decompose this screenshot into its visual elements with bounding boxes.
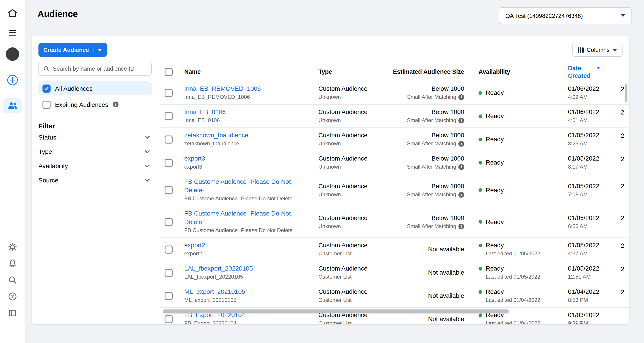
row-checkbox[interactable] [164,186,173,194]
audience-name-link[interactable]: FB Custome Audience -Please Do Not Delet… [184,209,300,226]
columns-icon [578,47,584,52]
audience-type-detail: Unknown [318,163,393,171]
date-created: 01/05/2022 [568,182,621,190]
table-row: FB Custome Audience -Please Do Not Delet… [160,174,629,206]
column-header-type[interactable]: Type [318,68,393,75]
availability-status: Ready [486,288,504,296]
row-checkbox[interactable] [164,135,173,143]
create-audience-button[interactable]: Create Audience [38,43,107,57]
row-checkbox[interactable] [164,268,173,276]
audience-name-link[interactable]: export3 [184,154,205,163]
info-icon[interactable] [458,141,464,147]
horizontal-scrollbar[interactable] [163,310,509,314]
filter-source[interactable]: Source [38,174,152,187]
time-created: 7:08 AM [568,191,621,198]
all-audiences-checkbox[interactable] [42,84,50,92]
filter-type[interactable]: Type [38,145,152,158]
menu-icon[interactable] [8,28,18,38]
row-checkbox[interactable] [164,89,173,97]
table-row: LAL_fbexport_20220105 LAL_fbexport_20220… [160,261,629,284]
audiences-icon[interactable] [3,98,22,113]
info-icon[interactable] [458,118,464,124]
row-checkbox[interactable] [164,158,173,166]
audience-type-detail: Unknown [318,191,393,198]
audience-subname: FB_Export_20220104 [184,320,300,324]
help-icon[interactable]: ? [8,292,18,302]
filter-availability[interactable]: Availability [38,159,152,172]
search-input[interactable] [53,65,147,72]
audience-search [38,62,152,76]
chevron-down-icon [145,134,150,139]
audience-page: ? Audience QA Test (1409822272476348) Cr… [0,0,644,343]
audience-subname: ML_export_20210105 [184,296,300,304]
settings-gear-icon[interactable] [8,242,18,252]
all-audiences-label: All Audiences [55,85,92,92]
audience-type: Custom Audience [318,214,393,222]
audience-size: Not available [393,315,464,323]
audience-name-link[interactable]: zetaknown_fbaudience [184,131,248,140]
column-header-availability[interactable]: Availability [469,68,568,75]
audience-type: Custom Audience [318,241,393,250]
info-icon[interactable] [458,192,464,198]
column-header-size[interactable]: Estimated Audience Size [393,68,469,75]
clipped-column-value: 2 [621,108,629,116]
audience-size: Below 1000 [393,131,464,140]
availability-status: Ready [486,112,504,120]
audience-type: Custom Audience [318,264,393,273]
availability-status: Ready [486,241,504,250]
expiring-audiences-label: Expiring Audiences [55,101,108,108]
audience-name-link[interactable]: LAL_fbexport_20220105 [184,264,253,273]
availability-status: Ready [486,158,504,167]
availability-status: Ready [486,135,504,144]
audience-name-link[interactable]: Inna_EB_REMOVED_1006 [184,84,261,93]
clipped-column-value: 2 [621,264,629,273]
expiring-audiences-checkbox[interactable] [42,100,50,108]
status-ready-dot [478,161,482,164]
rail-divider [7,236,19,236]
row-checkbox[interactable] [164,292,173,300]
audience-name-link[interactable]: Inna_EB_0106 [184,108,226,116]
column-header-date-created[interactable]: Date Created [568,64,621,80]
all-audiences-filter[interactable]: All Audiences [38,82,152,95]
expiring-audiences-filter[interactable]: Expiring Audiences [38,98,152,111]
account-selector-dropdown[interactable]: QA Test (1409822272476348) [499,7,632,24]
account-avatar[interactable] [6,48,19,61]
audiences-selected-indicator [3,98,22,113]
info-icon[interactable] [458,164,464,170]
audience-filter-sidebar: All Audiences Expiring Audiences Filter … [38,62,152,187]
audience-type-detail: Customer List [318,273,393,281]
audience-size-note: Small After Matching [393,163,464,171]
audience-type-detail: Unknown [318,222,393,230]
column-header-name[interactable]: Name [184,68,318,75]
filter-status[interactable]: Status [38,130,152,144]
audience-name-link[interactable]: ML_export_20210105 [184,288,245,296]
row-checkbox[interactable] [164,112,173,120]
table-row: Inna_EB_REMOVED_1006 Inna_EB_REMOVED_100… [160,82,629,105]
info-icon[interactable] [458,94,464,100]
status-ready-dot [478,267,482,270]
info-icon[interactable] [458,223,464,229]
audience-size-note: Small After Matching [393,222,464,230]
notifications-bell-icon[interactable] [8,258,18,268]
row-checkbox[interactable] [164,245,173,253]
vertical-scrollbar[interactable] [625,84,628,102]
status-ready-dot [478,220,482,224]
audience-name-link[interactable]: FB Custome Audience -Please Do Not Delet… [184,178,300,194]
audience-subname: zetaknown_fbaudience [184,140,300,148]
collapse-panel-icon[interactable] [8,308,18,318]
clipped-column-value: 2 [621,182,629,190]
row-checkbox[interactable] [164,315,173,323]
chevron-down-icon [145,162,150,168]
availability-status: Ready [486,264,504,273]
audience-type: Custom Audience [318,131,393,140]
time-created: 4:01 AM [568,117,621,124]
date-created: 01/05/2022 [568,131,621,140]
availability-status: Ready [486,218,504,226]
create-plus-icon[interactable] [6,74,19,86]
home-icon[interactable] [7,8,18,18]
row-checkbox[interactable] [164,218,173,226]
search-icon[interactable] [8,275,18,285]
columns-button[interactable]: Columns [572,43,622,57]
audience-name-link[interactable]: export2 [184,241,205,250]
select-all-checkbox[interactable] [164,68,173,76]
